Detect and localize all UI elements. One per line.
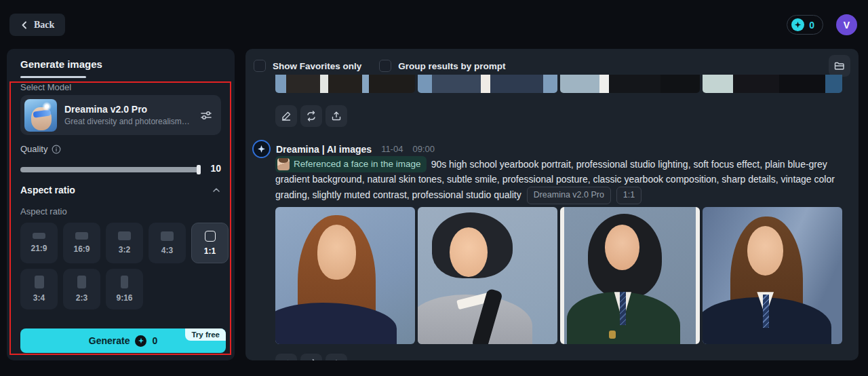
result-image[interactable] (703, 75, 842, 93)
face-reference-pill[interactable]: Referenced a face in the image (275, 156, 427, 172)
edit-button[interactable] (275, 105, 297, 127)
aspect-option-1-1[interactable]: 1:1 (191, 223, 229, 263)
ratio-shape-icon (121, 276, 128, 288)
aspect-option-2-3[interactable]: 2:3 (63, 269, 100, 309)
aspect-ratio-title: Aspect ratio (20, 185, 75, 195)
back-label: Back (34, 20, 54, 31)
aspect-ratio-section-header[interactable]: Aspect ratio (20, 185, 221, 195)
quality-slider-row: 10 (20, 164, 221, 175)
generation-source: Dreamina | AI images (276, 144, 372, 155)
ratio-shape-icon (161, 231, 174, 241)
top-bar: Back 0 V (0, 0, 868, 41)
pencil-icon (281, 111, 292, 121)
filter-show-favorites-only[interactable]: Show Favorites only (254, 60, 361, 72)
ratio-label: 4:3 (161, 246, 173, 255)
avatar-initial: V (844, 20, 850, 31)
export-button[interactable] (326, 354, 347, 360)
filter-label: Show Favorites only (273, 61, 361, 71)
generate-cost: 0 (152, 335, 157, 346)
ratio-label: 1:1 (204, 246, 216, 256)
ratio-shape-icon (35, 276, 44, 288)
chevron-left-icon (20, 21, 28, 29)
quality-label: Quality (20, 144, 47, 154)
filter-label: Group results by prompt (398, 61, 505, 71)
export-button[interactable] (326, 105, 347, 127)
quality-slider-handle[interactable] (197, 165, 201, 174)
repeat-icon (306, 111, 317, 121)
credit-coin-icon (791, 18, 804, 31)
result-image[interactable] (275, 75, 415, 93)
tab-active-underline (20, 76, 86, 78)
ratio-label: 21:9 (31, 244, 47, 253)
generate-sidebar: Generate images Select Model Dreamina v2… (7, 49, 235, 360)
model-selector[interactable]: Dreamina v2.0 Pro Great diversity and ph… (20, 95, 221, 135)
model-description: Great diversity and photorealism. Of… (64, 117, 192, 126)
upload-icon (331, 111, 342, 121)
regenerate-button[interactable] (300, 354, 322, 360)
ratio-shape-icon (77, 276, 86, 288)
credits-pill[interactable]: 0 (787, 15, 823, 35)
aspect-option-4-3[interactable]: 4:3 (149, 223, 186, 263)
checkbox[interactable] (254, 60, 266, 72)
generate-label: Generate (89, 335, 130, 346)
model-thumbnail (24, 99, 57, 132)
select-model-label: Select Model (20, 82, 71, 92)
quality-row: Quality (20, 144, 61, 154)
generate-button[interactable]: Generate 0 Try free (20, 328, 226, 353)
back-button[interactable]: Back (9, 14, 65, 36)
generation-time: 09:00 (412, 144, 435, 154)
ratio-label: 16:9 (73, 244, 90, 254)
regenerate-button[interactable] (300, 105, 322, 127)
aspect-option-9-16[interactable]: 9:16 (106, 269, 143, 309)
result-actions-toolbar (275, 105, 347, 127)
credit-coin-icon (135, 335, 146, 347)
aspect-ratio-options: 21:916:93:24:31:13:42:39:16 (20, 223, 232, 309)
ratio-label: 3:2 (119, 245, 130, 255)
tab-generate-images[interactable]: Generate images (20, 58, 102, 70)
ratio-shape-icon (33, 233, 45, 239)
results-panel: Show Favorites onlyGroup results by prom… (245, 49, 859, 360)
repeat-icon (306, 359, 317, 360)
user-avatar[interactable]: V (836, 14, 857, 35)
quality-slider[interactable] (20, 167, 201, 172)
ratio-shape-icon (205, 231, 216, 242)
result-image[interactable] (560, 75, 700, 93)
results-filters-row: Show Favorites onlyGroup results by prom… (254, 54, 850, 77)
generation-date: 11-04 (381, 144, 403, 154)
result-image[interactable] (560, 207, 700, 344)
prompt-tag: Dreamina v2.0 Pro (527, 187, 611, 204)
ratio-shape-icon (75, 232, 88, 240)
layout-toggle-button[interactable] (829, 55, 850, 77)
ratio-label: 9:16 (116, 293, 132, 303)
prompt-tags: Dreamina v2.0 Pro1:1 (521, 189, 642, 200)
credits-count: 0 (809, 20, 814, 31)
ratio-label: 3:4 (33, 293, 45, 303)
quality-value: 10 (210, 163, 221, 174)
aspect-option-21-9[interactable]: 21:9 (20, 223, 58, 263)
previous-results-strip (275, 75, 842, 93)
aspect-option-3-4[interactable]: 3:4 (20, 269, 58, 309)
reference-label: Referenced a face in the image (294, 157, 421, 172)
result-image[interactable] (703, 207, 842, 344)
result-actions-toolbar (275, 354, 347, 360)
ratio-label: 2:3 (76, 293, 87, 303)
info-icon[interactable] (52, 145, 61, 154)
edit-button[interactable] (275, 354, 297, 360)
aspect-option-3-2[interactable]: 3:2 (106, 223, 143, 263)
ratio-shape-icon (118, 231, 131, 240)
aspect-ratio-sublabel: Aspect ratio (20, 206, 67, 217)
filter-group-results-by-prompt[interactable]: Group results by prompt (379, 60, 505, 72)
upload-icon (331, 359, 342, 360)
aspect-option-16-9[interactable]: 16:9 (63, 223, 100, 263)
result-image[interactable] (275, 207, 415, 344)
checkbox[interactable] (379, 60, 391, 72)
generation-header: Dreamina | AI images 11-04 09:00 (252, 140, 435, 158)
model-settings-icon[interactable] (199, 109, 213, 122)
chevron-up-icon (212, 185, 221, 195)
reference-face-thumbnail (277, 158, 290, 170)
folder-icon (834, 60, 845, 71)
result-image[interactable] (418, 75, 557, 93)
generated-images-row (275, 207, 842, 344)
model-info: Dreamina v2.0 Pro Great diversity and ph… (64, 104, 192, 126)
result-image[interactable] (418, 207, 557, 344)
